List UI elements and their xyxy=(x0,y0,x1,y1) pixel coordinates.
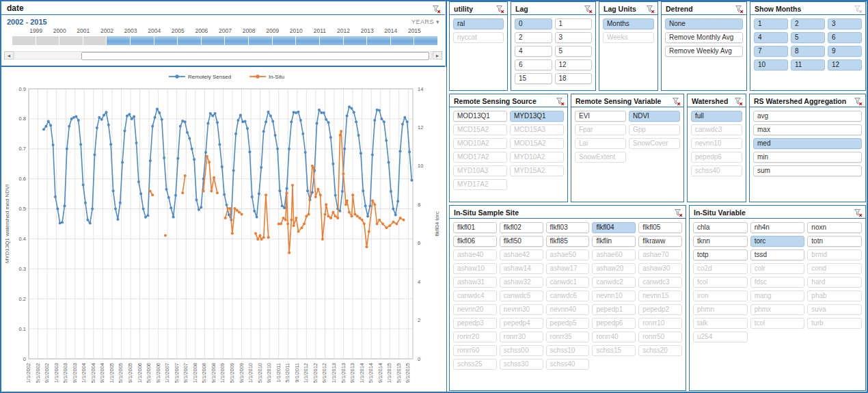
insitu-site-option-flkfl06[interactable]: flkfl06 xyxy=(453,236,497,247)
insitu-site-option-schss10[interactable]: schss10 xyxy=(546,345,590,356)
rs-source-option-MOD15A2[interactable]: MOD15A2 xyxy=(510,138,564,149)
insitu-site-option-canwdc6[interactable]: canwdc6 xyxy=(546,290,590,301)
utility-option-nyccat[interactable]: nyccat xyxy=(453,32,504,43)
year-segment-2006[interactable] xyxy=(202,36,225,45)
year-segment-2004[interactable] xyxy=(154,36,178,45)
insitu-site-option-canwdc4[interactable]: canwdc4 xyxy=(453,290,497,301)
detrend-option-Remove Monthly Avg[interactable]: Remove Monthly Avg xyxy=(665,32,743,43)
insitu-variable-option-fdsc[interactable]: fdsc xyxy=(750,277,805,288)
clear-filter-icon[interactable] xyxy=(735,4,744,13)
watershed-option-schss40[interactable]: schss40 xyxy=(691,165,742,176)
insitu-variable-option-tcol[interactable]: tcol xyxy=(750,318,805,329)
rs-agg-option-avg[interactable]: avg xyxy=(753,111,862,122)
year-segment-1998[interactable] xyxy=(12,36,36,45)
show-months-option-2[interactable]: 2 xyxy=(791,18,825,29)
clear-filter-icon[interactable] xyxy=(556,96,565,105)
insitu-site-option-pepedp1[interactable]: pepedp1 xyxy=(592,304,636,315)
insitu-variable-option-iron[interactable]: iron xyxy=(693,290,748,301)
insitu-site-option-ashae60[interactable]: ashae60 xyxy=(592,249,636,260)
clear-filter-icon[interactable] xyxy=(674,208,683,217)
insitu-variable-option-suva[interactable]: suva xyxy=(807,304,862,315)
rs-source-option-MYD15A2[interactable]: MYD15A2 xyxy=(510,165,564,176)
scroll-right-button[interactable]: ► xyxy=(433,51,442,59)
insitu-site-option-schss25[interactable]: schss25 xyxy=(453,359,497,370)
insitu-variable-option-cond[interactable]: cond xyxy=(807,263,862,274)
rs-agg-option-sum[interactable]: sum xyxy=(753,165,862,176)
year-segment-2001[interactable] xyxy=(83,36,107,45)
rs-agg-option-min[interactable]: min xyxy=(753,152,862,163)
insitu-site-option-pepedp6[interactable]: pepedp6 xyxy=(592,318,636,329)
insitu-site-option-ashaw31[interactable]: ashaw31 xyxy=(453,277,497,288)
insitu-site-option-schss40[interactable]: schss40 xyxy=(546,359,590,370)
date-unit-dropdown[interactable]: YEARS ▾ xyxy=(411,18,439,25)
scroll-left-button[interactable]: ◄ xyxy=(4,51,14,59)
insitu-site-option-ashae50[interactable]: ashae50 xyxy=(546,249,590,260)
clear-filter-icon[interactable] xyxy=(646,4,655,13)
year-segment-2000[interactable] xyxy=(59,36,83,45)
insitu-variable-option-turb[interactable]: turb xyxy=(807,318,862,329)
insitu-site-option-ashaw20[interactable]: ashaw20 xyxy=(592,263,636,274)
rs-source-option-MCD15A2[interactable]: MCD15A2 xyxy=(453,124,507,135)
rs-source-option-MYD10A2[interactable]: MYD10A2 xyxy=(510,152,564,163)
insitu-variable-option-mang[interactable]: mang xyxy=(750,290,805,301)
insitu-site-option-flkfl05[interactable]: flkfl05 xyxy=(638,222,682,233)
year-segment-2002[interactable] xyxy=(107,36,130,45)
insitu-variable-option-totp[interactable]: totp xyxy=(693,249,748,260)
rs-source-option-MYD17A2[interactable]: MYD17A2 xyxy=(453,179,507,190)
year-segment-2007[interactable] xyxy=(225,36,248,45)
clear-filter-icon[interactable] xyxy=(432,4,441,13)
insitu-variable-option-chla[interactable]: chla xyxy=(693,222,748,233)
year-segment-2009[interactable] xyxy=(273,36,296,45)
year-segment-2012[interactable] xyxy=(344,36,367,45)
insitu-site-option-ronrr10[interactable]: ronrr10 xyxy=(638,318,682,329)
insitu-variable-option-tknn[interactable]: tknn xyxy=(693,236,748,247)
clear-filter-icon[interactable] xyxy=(734,96,743,105)
insitu-site-option-canwdc3[interactable]: canwdc3 xyxy=(638,277,682,288)
lag-units-option-Months[interactable]: Months xyxy=(603,18,654,29)
rs-variable-option-Fpar[interactable]: Fpar xyxy=(575,124,626,135)
lag-option-12[interactable]: 12 xyxy=(555,59,593,70)
rs-variable-option-Gpp[interactable]: Gpp xyxy=(629,124,680,135)
rs-source-option-MYD13Q1[interactable]: MYD13Q1 xyxy=(510,111,564,122)
insitu-site-option-schss00[interactable]: schss00 xyxy=(500,345,543,356)
clear-filter-icon[interactable] xyxy=(672,96,681,105)
lag-option-15[interactable]: 15 xyxy=(515,73,552,84)
detrend-option-Remove Weekly Avg[interactable]: Remove Weekly Avg xyxy=(665,46,743,57)
insitu-variable-option-phab[interactable]: phab xyxy=(807,290,862,301)
show-months-option-8[interactable]: 8 xyxy=(791,46,825,57)
show-months-option-1[interactable]: 1 xyxy=(754,18,788,29)
rs-agg-option-max[interactable]: max xyxy=(753,124,862,135)
insitu-site-option-ashaw32[interactable]: ashaw32 xyxy=(500,277,543,288)
insitu-site-option-ronrr20[interactable]: ronrr20 xyxy=(453,331,497,342)
clear-filter-icon[interactable] xyxy=(854,96,863,105)
insitu-site-option-canwdc2[interactable]: canwdc2 xyxy=(592,277,636,288)
insitu-site-option-schss30[interactable]: schss30 xyxy=(500,359,543,370)
insitu-site-option-ashae42[interactable]: ashae42 xyxy=(500,249,543,260)
insitu-site-option-canwdc5[interactable]: canwdc5 xyxy=(500,290,543,301)
insitu-site-option-ronrr30[interactable]: ronrr30 xyxy=(500,331,543,342)
insitu-site-option-ashaw14[interactable]: ashaw14 xyxy=(500,263,543,274)
watershed-option-full[interactable]: full xyxy=(691,111,742,122)
insitu-site-option-nevnn20[interactable]: nevnn20 xyxy=(453,304,497,315)
insitu-site-option-schss20[interactable]: schss20 xyxy=(638,345,682,356)
insitu-variable-option-hard[interactable]: hard xyxy=(807,277,862,288)
scrollbar-thumb[interactable] xyxy=(81,52,429,60)
show-months-option-4[interactable]: 4 xyxy=(754,32,788,43)
insitu-site-option-flkfl85[interactable]: flkfl85 xyxy=(546,236,590,247)
insitu-site-option-flkfl04[interactable]: flkfl04 xyxy=(592,222,636,233)
insitu-variable-option-tssd[interactable]: tssd xyxy=(750,249,805,260)
scrollbar-track[interactable] xyxy=(14,51,432,59)
rs-source-option-MCD15A3[interactable]: MCD15A3 xyxy=(510,124,564,135)
watershed-option-nevnn10[interactable]: nevnn10 xyxy=(691,138,742,149)
insitu-site-option-flkfl02[interactable]: flkfl02 xyxy=(500,222,543,233)
rs-variable-option-SnowExtent[interactable]: SnowExtent xyxy=(575,152,626,163)
year-segment-2015[interactable] xyxy=(414,36,437,45)
year-segment-2003[interactable] xyxy=(131,36,154,45)
insitu-site-option-pepedp3[interactable]: pepedp3 xyxy=(453,318,497,329)
insitu-site-option-ashaw30[interactable]: ashaw30 xyxy=(638,263,682,274)
lag-option-1[interactable]: 1 xyxy=(555,18,593,29)
insitu-site-option-canwdc1[interactable]: canwdc1 xyxy=(546,277,590,288)
lag-option-0[interactable]: 0 xyxy=(515,18,552,29)
rs-source-option-MOD13Q1[interactable]: MOD13Q1 xyxy=(453,111,507,122)
utility-option-ral[interactable]: ral xyxy=(453,18,504,29)
